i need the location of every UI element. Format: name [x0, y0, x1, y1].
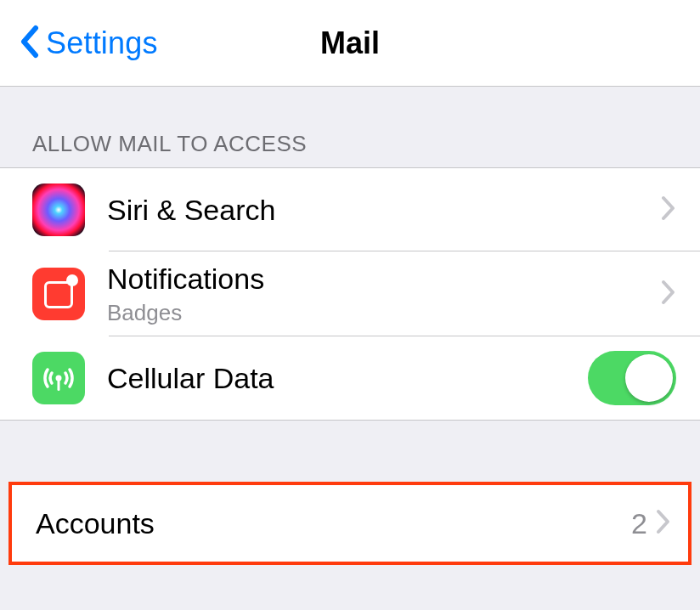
row-notifications[interactable]: Notifications Badges [0, 251, 700, 336]
svg-rect-1 [58, 379, 60, 391]
group-gap [0, 421, 700, 482]
section-header-allow-access: ALLOW MAIL TO ACCESS [0, 87, 700, 167]
row-label-siri: Siri & Search [107, 193, 661, 228]
cellular-icon [32, 352, 85, 404]
highlight-frame-accounts: Accounts 2 [8, 482, 692, 565]
chevron-left-icon [19, 25, 41, 62]
chevron-right-icon [656, 509, 671, 538]
cellular-data-toggle[interactable] [588, 351, 676, 405]
row-siri-search[interactable]: Siri & Search [0, 168, 700, 251]
toggle-knob [625, 354, 673, 402]
siri-icon [32, 184, 85, 236]
back-label: Settings [46, 25, 158, 61]
row-sublabel-notifications: Badges [107, 300, 661, 326]
row-accounts[interactable]: Accounts 2 [12, 485, 688, 562]
row-label-accounts: Accounts [36, 506, 631, 541]
notifications-icon [32, 268, 85, 320]
row-label-cellular: Cellular Data [107, 361, 588, 396]
chevron-right-icon [661, 195, 676, 224]
list-group-allow-access: Siri & Search Notifications Badges [0, 167, 700, 421]
list-group-accounts: Accounts 2 [12, 485, 688, 562]
row-cellular-data: Cellular Data [0, 336, 700, 420]
row-label-notifications: Notifications [107, 262, 661, 297]
nav-bar: Settings Mail [0, 0, 700, 87]
back-button[interactable]: Settings [19, 25, 158, 62]
page-title: Mail [320, 25, 380, 61]
chevron-right-icon [661, 280, 676, 308]
row-value-accounts: 2 [631, 507, 647, 540]
